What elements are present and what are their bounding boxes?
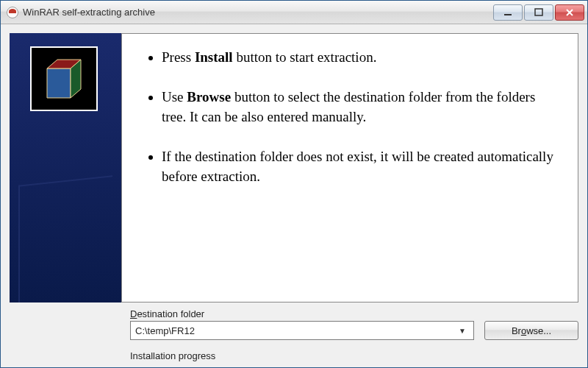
winrar-sfx-window: WinRAR self-extracting archive bbox=[0, 0, 588, 368]
text-bold: Browse bbox=[187, 89, 231, 105]
destination-folder-value: C:\temp\FR12 bbox=[135, 325, 456, 336]
text: Br bbox=[512, 325, 521, 336]
sfx-logo-box bbox=[30, 46, 98, 111]
close-icon bbox=[565, 8, 574, 17]
svg-marker-2 bbox=[47, 68, 71, 98]
upper-panel: Press Install button to start extraction… bbox=[10, 33, 578, 302]
client-area: Press Install button to start extraction… bbox=[1, 24, 587, 367]
instruction-item: If the destination folder does not exist… bbox=[162, 146, 557, 187]
maximize-icon bbox=[534, 8, 543, 17]
text: estination folder bbox=[137, 308, 204, 319]
destination-row: C:\temp\FR12 ▼ Browse... bbox=[130, 321, 578, 340]
accelerator-char: D bbox=[130, 308, 137, 319]
minimize-icon bbox=[503, 8, 512, 17]
sidebar-decoration bbox=[18, 175, 112, 302]
window-title: WinRAR self-extracting archive bbox=[23, 7, 493, 18]
maximize-button[interactable] bbox=[524, 4, 553, 21]
lower-panel: Destination folder C:\temp\FR12 ▼ Browse… bbox=[1, 308, 587, 367]
instructions-panel: Press Install button to start extraction… bbox=[121, 33, 578, 302]
minimize-button[interactable] bbox=[493, 4, 523, 21]
instruction-item: Press Install button to start extraction… bbox=[162, 47, 557, 68]
titlebar[interactable]: WinRAR self-extracting archive bbox=[1, 1, 587, 24]
text: button to start extraction. bbox=[233, 49, 377, 65]
text: Press bbox=[162, 49, 195, 65]
browse-button[interactable]: Browse... bbox=[484, 321, 578, 340]
text: wse... bbox=[526, 325, 551, 336]
text: Use bbox=[162, 89, 187, 105]
destination-folder-combobox[interactable]: C:\temp\FR12 ▼ bbox=[130, 321, 474, 340]
box-icon bbox=[38, 55, 90, 102]
installation-progress-label: Installation progress bbox=[130, 350, 578, 361]
close-button[interactable] bbox=[555, 4, 584, 21]
svg-rect-1 bbox=[535, 9, 542, 15]
text: If the destination folder does not exist… bbox=[162, 149, 553, 185]
sidebar bbox=[10, 33, 121, 302]
svg-rect-0 bbox=[504, 14, 512, 15]
destination-folder-label: Destination folder bbox=[130, 308, 578, 319]
text-bold: Install bbox=[195, 49, 233, 65]
window-controls bbox=[493, 4, 584, 21]
instruction-item: Use Browse button to select the destinat… bbox=[162, 87, 557, 127]
app-icon bbox=[7, 7, 18, 18]
chevron-down-icon: ▼ bbox=[456, 327, 469, 335]
